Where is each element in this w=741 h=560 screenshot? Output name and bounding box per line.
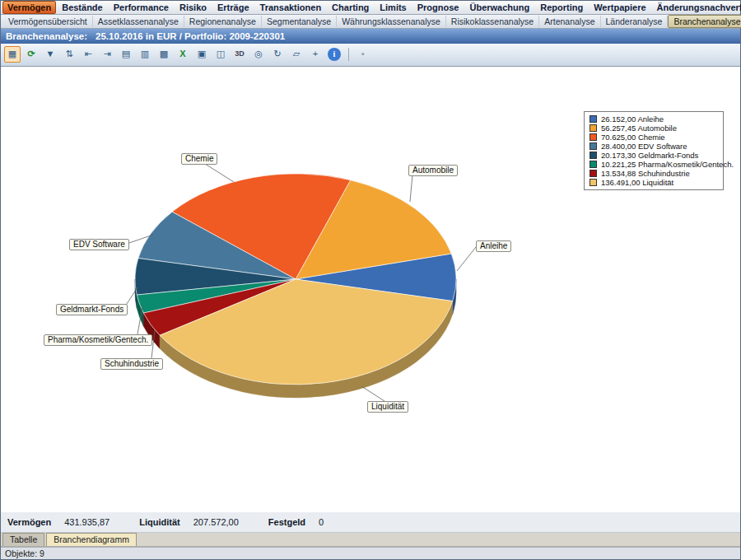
subtab-bar: Vermögensübersicht Assetklassenanalyse R… <box>1 15 740 29</box>
sort-icon[interactable]: ⇅ <box>61 46 77 63</box>
menubar: Vermögen Bestände Performance Risiko Ert… <box>1 1 740 15</box>
view-titlebar: Branchenanalyse: 25.10.2016 in EUR / Por… <box>1 29 740 44</box>
pie-label-chemie: Chemie <box>181 153 217 165</box>
pie-label-pharma: Pharma/Kosmetik/Gentech. <box>44 334 152 346</box>
summary-label-vermoegen: Vermögen <box>7 517 51 527</box>
column-right-icon[interactable]: ⇥ <box>99 46 115 63</box>
pie-label-schuhindustrie: Schuhindustrie <box>100 358 163 370</box>
menu-ertraege[interactable]: Erträge <box>212 1 254 14</box>
chart-panel: Chemie Automobile Anleihe EDV Software G… <box>1 67 740 512</box>
view-title: Branchenanalyse: <box>6 31 87 41</box>
legend-swatch <box>590 170 597 177</box>
menu-bestaende[interactable]: Bestände <box>57 1 108 14</box>
summary-value-liquiditaet: 207.572,00 <box>193 517 239 527</box>
legend-swatch <box>590 152 597 159</box>
menu-ueberwachung[interactable]: Überwachung <box>464 1 534 14</box>
grid-icon[interactable]: ▥ <box>137 46 153 63</box>
subtab-risikoklassenanalyse[interactable]: Risikoklassenanalyse <box>446 16 539 27</box>
menu-performance[interactable]: Performance <box>109 1 174 14</box>
menu-aenderungsnachverfolgung[interactable]: Änderungsnachverfolgung <box>652 1 741 14</box>
menu-prognose[interactable]: Prognose <box>412 1 464 14</box>
three-d-icon[interactable]: 3D <box>231 46 248 63</box>
chart-legend: 26.152,00 Anleihe 56.257,45 Automobile 7… <box>584 111 724 190</box>
menu-reporting[interactable]: Reporting <box>535 1 588 14</box>
legend-swatch <box>590 115 597 123</box>
app-window: Vermögen Bestände Performance Risiko Ert… <box>0 0 741 560</box>
pie-label-geldmarkt-fonds: Geldmarkt-Fonds <box>56 304 128 315</box>
info-icon[interactable]: i <box>328 48 341 61</box>
legend-item: 28.400,00 EDV Software <box>590 142 718 151</box>
pie-label-anleihe: Anleihe <box>476 240 511 252</box>
perspective-icon[interactable]: ▱ <box>288 46 305 63</box>
subtab-laenderanalyse[interactable]: Länderanalyse <box>601 16 669 27</box>
summary-bar: Vermögen 431.935,87 Liquidität 207.572,0… <box>1 512 740 533</box>
toolbar: ▦ ⟳ ▼ ⇅ ⇤ ⇥ ▤ ▥ ▩ X ▣ ◫ 3D ◎ ↻ ▱ + i ▪ <box>1 44 740 67</box>
toolbar-separator <box>348 48 349 61</box>
pie-label-automobile: Automobile <box>408 165 458 176</box>
excel-export-icon[interactable]: X <box>175 46 191 63</box>
subtab-artenanalyse[interactable]: Artenanalyse <box>539 16 600 27</box>
table-icon[interactable]: ▤ <box>118 46 134 63</box>
filter-icon[interactable]: ▼ <box>42 46 58 63</box>
legend-item: 20.173,30 Geldmarkt-Fonds <box>590 151 718 160</box>
crosshair-icon[interactable]: + <box>307 46 324 63</box>
legend-swatch <box>590 161 597 168</box>
rotate-icon[interactable]: ↻ <box>269 46 286 63</box>
legend-item: 56.257,45 Automobile <box>590 124 718 133</box>
menu-wertpapiere[interactable]: Wertpapiere <box>589 1 650 14</box>
subtab-vermoegensuebersicht[interactable]: Vermögensübersicht <box>3 16 93 27</box>
legend-icon[interactable]: ◫ <box>212 46 229 63</box>
tab-tabelle[interactable]: Tabelle <box>2 533 44 546</box>
legend-swatch <box>590 179 597 186</box>
bottom-tab-bar: Tabelle Branchendiagramm <box>1 533 740 547</box>
subtab-segmentanalyse[interactable]: Segmentanalyse <box>262 16 337 27</box>
legend-item: 136.491,00 Liquidität <box>590 178 718 187</box>
subtab-assetklassenanalyse[interactable]: Assetklassenanalyse <box>93 16 184 27</box>
legend-item: 26.152,00 Anleihe <box>590 114 718 124</box>
subtab-regionenanalyse[interactable]: Regionenanalyse <box>184 16 262 27</box>
tab-branchendiagramm[interactable]: Branchendiagramm <box>46 533 137 546</box>
pivot-table-icon[interactable]: ▦ <box>4 46 21 63</box>
subtab-branchenanalyse[interactable]: Branchenanalyse <box>668 15 741 28</box>
subtab-waehrungsklassenanalyse[interactable]: Währungsklassenanalyse <box>337 16 446 27</box>
pie-label-liquiditaet: Liquidität <box>367 401 408 413</box>
legend-item: 10.221,25 Pharma/Kosmetik/Gentech. <box>590 160 718 169</box>
legend-item: 13.534,88 Schuhindustrie <box>590 169 718 178</box>
pie-label-edv-software: EDV Software <box>69 239 129 250</box>
menu-limits[interactable]: Limits <box>375 1 411 14</box>
print-icon[interactable]: ▣ <box>193 46 210 63</box>
summary-label-festgeld: Festgeld <box>268 517 305 527</box>
view-subtitle: 25.10.2016 in EUR / Portfolio: 2009-2203… <box>96 31 285 41</box>
column-left-icon[interactable]: ⇤ <box>80 46 96 63</box>
legend-item: 70.625,00 Chemie <box>590 133 718 142</box>
legend-swatch <box>590 124 597 132</box>
refresh-icon[interactable]: ⟳ <box>23 46 40 63</box>
legend-swatch <box>590 142 597 150</box>
summary-label-liquiditaet: Liquidität <box>139 517 180 527</box>
legend-swatch <box>590 133 597 141</box>
statusbar: Objekte: 9 <box>1 547 740 559</box>
menu-risiko[interactable]: Risiko <box>175 1 212 14</box>
summary-value-festgeld: 0 <box>319 517 324 527</box>
summary-value-vermoegen: 431.935,87 <box>64 517 110 527</box>
disabled-icon[interactable]: ▪ <box>355 46 371 63</box>
object-count: Objekte: 9 <box>5 548 44 558</box>
zoom-icon[interactable]: ◎ <box>250 46 267 63</box>
menu-vermoegen[interactable]: Vermögen <box>2 1 56 14</box>
chart-icon[interactable]: ▩ <box>156 46 172 63</box>
menu-charting[interactable]: Charting <box>327 1 374 14</box>
menu-transaktionen[interactable]: Transaktionen <box>255 1 327 14</box>
